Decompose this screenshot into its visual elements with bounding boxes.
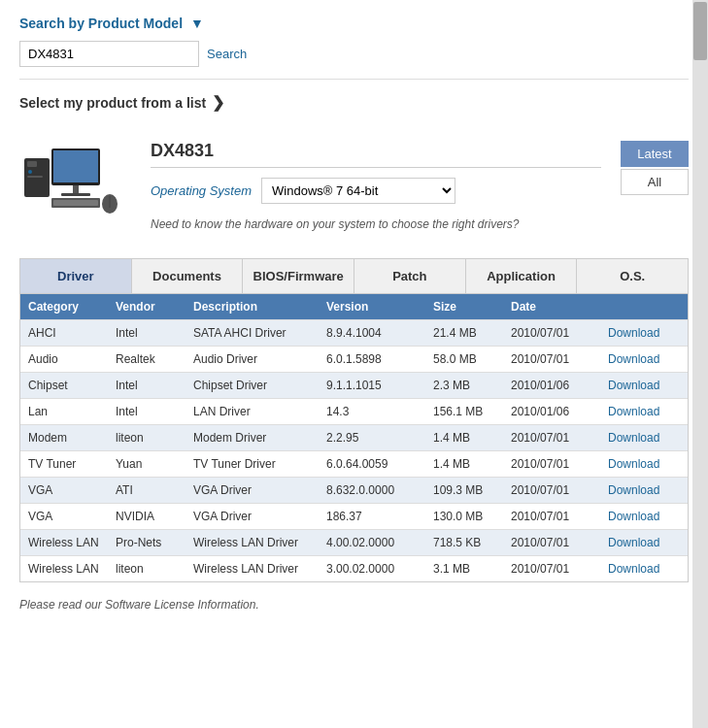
cell-version: 8.632.0.0000 xyxy=(319,478,425,503)
chevron-right-icon: ❯ xyxy=(212,93,224,112)
cell-download[interactable]: Download xyxy=(600,347,688,372)
latest-button[interactable]: Latest xyxy=(621,141,689,167)
os-select[interactable]: Windows® 7 64-bit Windows® 7 32-bit Wind… xyxy=(261,178,455,204)
footer-note: Please read our Software License Informa… xyxy=(19,598,689,612)
download-link[interactable]: Download xyxy=(608,431,659,445)
cell-size: 1.4 MB xyxy=(425,425,503,450)
table-row: AHCI Intel SATA AHCI Driver 8.9.4.1004 2… xyxy=(20,319,688,346)
version-toggle: Latest All xyxy=(621,141,689,195)
tab-os[interactable]: O.S. xyxy=(577,259,688,293)
cell-description: Chipset Driver xyxy=(185,373,319,398)
product-section: DX4831 Operating System Windows® 7 64-bi… xyxy=(19,131,689,241)
footer-text: Please read our Software License Informa… xyxy=(19,598,259,612)
cell-date: 2010/07/01 xyxy=(503,320,600,346)
download-link[interactable]: Download xyxy=(608,483,659,497)
os-row: Operating System Windows® 7 64-bit Windo… xyxy=(151,178,601,204)
tab-driver[interactable]: Driver xyxy=(20,259,132,293)
cell-version: 4.00.02.0000 xyxy=(319,530,425,555)
cell-version: 2.2.95 xyxy=(319,425,425,450)
cell-description: VGA Driver xyxy=(185,478,319,503)
cell-category: VGA xyxy=(20,478,108,503)
tabs-section: Driver Documents BIOS/Firmware Patch App… xyxy=(19,258,689,582)
cell-date: 2010/07/01 xyxy=(503,451,600,477)
cell-vendor: Realtek xyxy=(108,347,185,372)
cell-download[interactable]: Download xyxy=(600,425,688,450)
download-link[interactable]: Download xyxy=(608,457,659,471)
table-row: Wireless LAN Pro-Nets Wireless LAN Drive… xyxy=(20,529,688,555)
all-button[interactable]: All xyxy=(621,169,689,195)
col-vendor: Vendor xyxy=(108,294,185,319)
table-row: Modem liteon Modem Driver 2.2.95 1.4 MB … xyxy=(20,424,688,450)
scrollbar-thumb[interactable] xyxy=(693,2,707,60)
cell-date: 2010/07/01 xyxy=(503,347,600,372)
cell-download[interactable]: Download xyxy=(600,504,688,529)
scrollbar[interactable] xyxy=(692,0,708,627)
svg-point-6 xyxy=(28,170,32,174)
cell-vendor: ATI xyxy=(108,478,185,503)
product-list-label: Select my product from a list xyxy=(19,95,206,111)
cell-category: Chipset xyxy=(20,373,108,398)
cell-download[interactable]: Download xyxy=(600,478,688,503)
cell-download[interactable]: Download xyxy=(600,399,688,424)
cell-version: 8.9.4.1004 xyxy=(319,320,425,346)
search-title[interactable]: Search by Product Model ▼ xyxy=(19,16,689,31)
table-row: Lan Intel LAN Driver 14.3 156.1 MB 2010/… xyxy=(20,398,688,424)
cell-description: LAN Driver xyxy=(185,399,319,424)
cell-size: 130.0 MB xyxy=(425,504,503,529)
cell-download[interactable]: Download xyxy=(600,373,688,398)
cell-version: 9.1.1.1015 xyxy=(319,373,425,398)
cell-vendor: Pro-Nets xyxy=(108,530,185,555)
cell-version: 14.3 xyxy=(319,399,425,424)
cell-size: 21.4 MB xyxy=(425,320,503,346)
product-info: DX4831 Operating System Windows® 7 64-bi… xyxy=(151,141,601,231)
search-button[interactable]: Search xyxy=(207,47,247,61)
col-action xyxy=(600,294,688,319)
cell-version: 186.37 xyxy=(319,504,425,529)
table-row: VGA NVIDIA VGA Driver 186.37 130.0 MB 20… xyxy=(20,503,688,529)
cell-description: TV Tuner Driver xyxy=(185,451,319,477)
col-description: Description xyxy=(185,294,319,319)
divider xyxy=(19,79,689,80)
cell-vendor: NVIDIA xyxy=(108,504,185,529)
cell-category: Modem xyxy=(20,425,108,450)
download-link[interactable]: Download xyxy=(608,536,659,549)
cell-vendor: Intel xyxy=(108,399,185,424)
cell-download[interactable]: Download xyxy=(600,530,688,555)
download-link[interactable]: Download xyxy=(608,352,659,366)
cell-download[interactable]: Download xyxy=(600,451,688,477)
search-title-text: Search by Product Model xyxy=(19,16,183,31)
table-body: AHCI Intel SATA AHCI Driver 8.9.4.1004 2… xyxy=(20,319,688,581)
product-name: DX4831 xyxy=(151,141,601,168)
download-link[interactable]: Download xyxy=(608,510,659,523)
table-row: Wireless LAN liteon Wireless LAN Driver … xyxy=(20,555,688,581)
search-row: Search xyxy=(19,41,689,67)
cell-vendor: liteon xyxy=(108,425,185,450)
table-row: Chipset Intel Chipset Driver 9.1.1.1015 … xyxy=(20,372,688,398)
tab-patch[interactable]: Patch xyxy=(354,259,466,293)
search-input[interactable] xyxy=(19,41,199,67)
cell-vendor: Intel xyxy=(108,320,185,346)
cell-date: 2010/01/06 xyxy=(503,399,600,424)
cell-description: Audio Driver xyxy=(185,347,319,372)
svg-rect-1 xyxy=(53,150,98,182)
product-list-link[interactable]: Select my product from a list ❯ xyxy=(19,93,689,112)
tab-documents[interactable]: Documents xyxy=(132,259,244,293)
cell-date: 2010/07/01 xyxy=(503,478,600,503)
cell-category: Lan xyxy=(20,399,108,424)
download-link[interactable]: Download xyxy=(608,326,659,340)
download-link[interactable]: Download xyxy=(608,405,659,418)
cell-date: 2010/07/01 xyxy=(503,530,600,555)
download-link[interactable]: Download xyxy=(608,379,659,392)
tab-application[interactable]: Application xyxy=(466,259,578,293)
tab-bios-firmware[interactable]: BIOS/Firmware xyxy=(243,259,354,293)
col-version: Version xyxy=(319,294,425,319)
cell-download[interactable]: Download xyxy=(600,320,688,346)
driver-table: Category Vendor Description Version Size… xyxy=(19,294,689,582)
cell-category: AHCI xyxy=(20,320,108,346)
table-row: TV Tuner Yuan TV Tuner Driver 6.0.64.005… xyxy=(20,450,688,477)
download-link[interactable]: Download xyxy=(608,562,659,576)
cell-download[interactable]: Download xyxy=(600,556,688,581)
cell-category: Audio xyxy=(20,347,108,372)
cell-description: SATA AHCI Driver xyxy=(185,320,319,346)
svg-rect-7 xyxy=(27,176,43,178)
